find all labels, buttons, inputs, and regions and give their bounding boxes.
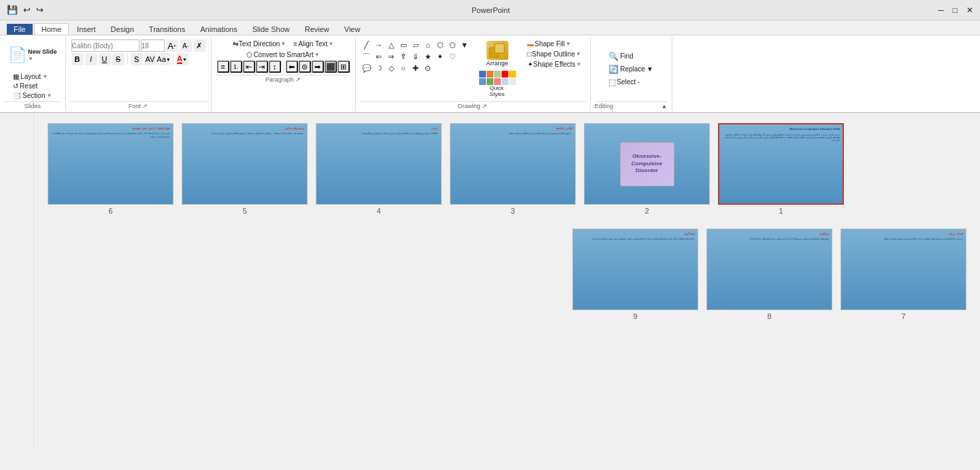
shape-hexagon[interactable]: ⬡ [435,39,446,50]
tab-transitions[interactable]: Transitions [142,24,192,35]
shape-left-arrow[interactable]: ⇐ [374,51,385,62]
change-case-button[interactable]: Aa ▼ [158,53,170,65]
window-close[interactable]: ✕ [966,5,973,15]
slide-thumb-7[interactable]: اهداف درمانی بررسی اهداف درمانی و رویکرد… [840,229,966,310]
text-direction-button[interactable]: ⇆ Text Direction ▼ [230,39,289,48]
tab-slide-show[interactable]: Slide Show [246,24,297,35]
new-slide-button[interactable]: 📄 New Slide ▼ [5,46,60,64]
align-right-button[interactable]: ➡ [312,61,324,73]
drawing-expand-icon[interactable]: ↗ [482,103,487,110]
font-size-input[interactable] [141,39,165,52]
shape-effects-button[interactable]: ✦ Shape Effects ▼ [525,60,585,69]
editing-expand-icon[interactable]: ▲ [662,103,668,110]
replace-button[interactable]: 🔄 Replace ▼ [606,64,656,75]
tab-design[interactable]: Design [104,24,141,35]
section-button[interactable]: 📑 Section ▼ [10,91,54,100]
increase-font-size-button[interactable]: A + [166,39,178,52]
slides-row-1: عنوان اسلاید ۶ یا متن اصلی سلیقه‌ای متن … [48,123,966,215]
quick-access-redo[interactable]: ↪ [36,5,44,15]
shape-up-arrow[interactable]: ⇑ [398,51,409,62]
slide-thumb-4[interactable]: درمان اطلاعاتی درباره روش‌های درمانی اخت… [316,123,442,205]
align-left-button[interactable]: ⬅ [286,61,298,73]
select-button[interactable]: ⬚ Select - [606,77,656,88]
justify-button[interactable]: ⬛ [325,61,337,73]
italic-button[interactable]: I [85,53,97,65]
shape-star2[interactable]: ✦ [435,51,446,62]
bold-button[interactable]: B [71,53,84,65]
shape-donut[interactable]: ⊙ [423,63,434,73]
slide-thumb-1[interactable]: Obsessive Compulsive Disorder) OCD) در ا… [718,123,844,205]
increase-indent-button[interactable]: ⇥ [256,61,268,73]
tab-insert[interactable]: Insert [70,24,103,35]
shape-fill-button[interactable]: ▬ Shape Fill ▼ [525,39,585,48]
shape-curve[interactable]: ⌒ [361,51,372,62]
shape-parallelogram[interactable]: ▱ [410,39,421,50]
window-maximize[interactable]: □ [953,5,958,15]
shape-more[interactable]: ▼ [459,39,470,50]
shape-right-arrow[interactable]: ⇒ [386,51,397,62]
align-text-button[interactable]: ≡ Align Text ▼ [291,39,336,48]
shape-star[interactable]: ★ [423,51,434,62]
align-center-button[interactable]: ⊜ [299,61,311,73]
shape-heart[interactable]: ♡ [447,51,458,62]
char-spacing-icon: AV [146,55,155,63]
slide-thumb-8[interactable]: پیشگیری روش‌های پیشگیری از وسواس جبری و … [706,229,832,310]
clear-formatting-button[interactable]: ✗ [193,39,206,52]
shape-diamond[interactable]: ◇ [386,63,397,73]
shape-trapezoid[interactable]: ⌂ [423,39,434,50]
find-button[interactable]: 🔍 Find [606,51,656,62]
slide-thumb-3[interactable]: علائم و نشانه‌ها توضیح علائم وسواس جبری … [450,123,576,205]
numbering-button[interactable]: 1. [230,61,242,73]
tab-home[interactable]: Home [34,23,69,35]
tab-view[interactable]: View [338,24,368,35]
new-slide-label: New Slide [28,48,57,56]
tab-file[interactable]: File [7,24,33,35]
shape-outline-button[interactable]: □ Shape Outline ▼ [525,50,585,58]
shape-plus[interactable]: ✚ [410,63,421,73]
section-icon: 📑 [13,92,21,99]
bullets-button[interactable]: ≡ [217,61,229,73]
char-spacing-button[interactable]: AV [144,53,157,65]
text-shadow-icon: S [134,55,139,63]
tab-review[interactable]: Review [298,24,336,35]
quick-styles-label: QuickStyles [490,85,505,97]
divider-font [127,54,128,65]
quick-access-save[interactable]: 💾 [7,5,18,15]
tab-animations[interactable]: Animations [193,24,244,35]
window-minimize[interactable]: ─ [938,5,944,15]
decrease-font-size-button[interactable]: A - [180,39,192,52]
strikethrough-button[interactable]: S [112,53,125,65]
para-bottom-row: ≡ 1. ⇤ ⇥ ↕ ⬅ ⊜ ➡ ⬛ ⊞ [216,60,351,73]
slide-thumb-wrap-3: علائم و نشانه‌ها توضیح علائم وسواس جبری … [450,123,576,215]
font-expand-icon[interactable]: ↗ [142,103,148,110]
slide-thumb-wrap-5: پرسش‌های متداول محتوای این اسلاید شامل س… [182,123,308,215]
text-shadow-button[interactable]: S [131,53,143,65]
paragraph-expand-icon[interactable]: ↗ [295,76,301,83]
reset-button[interactable]: ↺ Reset [10,82,54,90]
slide-thumb-6[interactable]: عنوان اسلاید ۶ یا متن اصلی سلیقه‌ای متن … [48,123,174,205]
shape-triangle[interactable]: △ [386,39,397,50]
shape-octagon[interactable]: ⬠ [447,39,458,50]
slide-thumb-2[interactable]: Obsessive-CompulsiveDisorder [584,123,710,205]
line-spacing-button[interactable]: ↕ [269,61,281,73]
font-name-input[interactable] [71,39,140,52]
arrange-button[interactable]: Arrange [475,39,520,68]
slide-thumb-5[interactable]: پرسش‌های متداول محتوای این اسلاید شامل س… [182,123,308,205]
shape-moon[interactable]: ☽ [374,63,385,73]
shape-down-arrow[interactable]: ⇓ [410,51,421,62]
shape-line[interactable]: ╱ [361,39,372,50]
font-color-button[interactable]: A ▼ [176,53,189,65]
columns-button[interactable]: ⊞ [338,61,350,73]
shape-callout[interactable]: 💬 [361,63,372,73]
quick-styles-button[interactable]: QuickStyles [475,69,520,99]
shape-arrow[interactable]: → [374,39,385,50]
quick-access-undo[interactable]: ↩ [23,5,31,15]
convert-smartart-button[interactable]: ⬡ Convert to SmartArt ▼ [244,50,322,59]
editing-ribbon-group: 🔍 Find 🔄 Replace ▼ ⬚ Select - Editing ▲ [591,37,672,111]
shape-circle[interactable]: ○ [398,63,409,73]
underline-button[interactable]: U [99,53,111,65]
slide-thumb-9[interactable]: نتیجه‌گیری خلاصه‌ای از مطالب ارائه شده و… [572,229,698,310]
shape-rect[interactable]: ▭ [398,39,409,50]
layout-button[interactable]: ▦ Layout ▼ [10,72,54,81]
decrease-indent-button[interactable]: ⇤ [243,61,255,73]
